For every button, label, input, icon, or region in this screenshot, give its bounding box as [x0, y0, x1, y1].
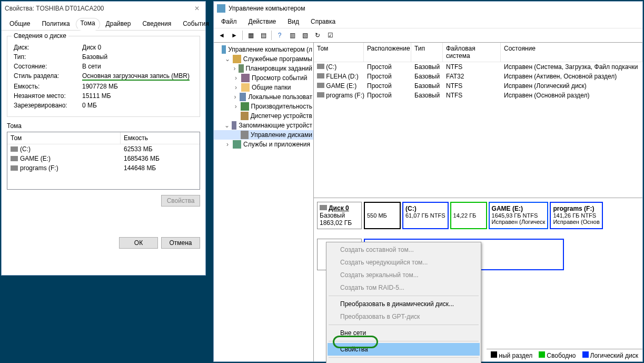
- menu-item[interactable]: Свойства: [328, 343, 480, 356]
- v-disk: Диск 0: [82, 44, 101, 51]
- tree-node[interactable]: ›Планировщик заданий: [214, 64, 313, 73]
- v-res: 0 МБ: [82, 102, 97, 109]
- tab-details[interactable]: Сведения: [136, 17, 177, 30]
- nav-tree[interactable]: Управление компьютером (л⌄Служебные прог…: [214, 43, 314, 361]
- props-icon[interactable]: ☑: [324, 30, 336, 41]
- close-icon[interactable]: ✕: [192, 5, 202, 12]
- volume-row[interactable]: FLEHA (D:)ПростойБазовыйFAT32Исправен (А…: [314, 72, 642, 81]
- volume-list[interactable]: Том Расположение Тип Файловая система Со…: [314, 43, 642, 198]
- tree-icon: [222, 45, 226, 54]
- h-state[interactable]: Состояние: [501, 43, 642, 62]
- menu-item[interactable]: Вне сети: [328, 327, 480, 339]
- tree-node[interactable]: Управление дисками: [214, 130, 313, 140]
- list-icon[interactable]: ▤: [257, 30, 269, 41]
- vol-row[interactable]: programs (F:)144648 МБ: [7, 163, 200, 173]
- h-layout[interactable]: Расположение: [364, 43, 411, 62]
- disk0-header[interactable]: Диск 0 Базовый 1863,02 ГБ: [317, 202, 362, 229]
- partition[interactable]: 14,22 ГБ: [450, 202, 487, 229]
- k-res: Зарезервировано:: [14, 102, 82, 109]
- tree-icon: [241, 112, 249, 120]
- tree-node[interactable]: ›Просмотр событий: [214, 73, 313, 83]
- vl-header: Том Расположение Тип Файловая система Со…: [314, 43, 642, 62]
- tabstrip: Общие Политика Тома Драйвер Сведения Соб…: [2, 15, 205, 31]
- k-type: Тип:: [14, 53, 82, 61]
- tab-general[interactable]: Общие: [4, 17, 36, 30]
- ok-button[interactable]: ОК: [119, 237, 158, 249]
- forward-icon[interactable]: ►: [229, 30, 240, 41]
- vol-row[interactable]: (C:)62533 МБ: [7, 144, 200, 154]
- volumes-table[interactable]: Том Емкость (C:)62533 МБ GAME (E:)168543…: [7, 132, 200, 190]
- volume-icon: [11, 156, 18, 161]
- vol-row[interactable]: GAME (E:)1685436 МБ: [7, 154, 200, 163]
- tree-node[interactable]: ›Производительность: [214, 102, 313, 111]
- group-label: Сведения о диске: [12, 32, 68, 40]
- volume-icon: [317, 83, 324, 88]
- h-type[interactable]: Тип: [411, 43, 443, 62]
- partition[interactable]: 550 МБ: [364, 202, 401, 229]
- tree-node[interactable]: ›Службы и приложения: [214, 140, 313, 149]
- tree-icon: [239, 64, 243, 73]
- vol-properties-button[interactable]: Свойства: [161, 195, 200, 207]
- vol-head: Том Емкость: [7, 132, 200, 144]
- partition[interactable]: (C:)61,07 ГБ NTFS: [402, 202, 449, 229]
- menu-item: Создать том RAID-5...: [328, 281, 480, 294]
- tree-node[interactable]: ⌄Запоминающие устройст: [214, 121, 313, 130]
- toolbar: ◄ ► ▦ ▤ ? ▥ ▧ ↻ ☑: [214, 28, 642, 43]
- k-state: Состояние:: [14, 63, 82, 70]
- v-unalloc: 15111 МБ: [82, 92, 111, 100]
- partition[interactable]: GAME (E:)1645,93 ГБ NTFSИсправен (Логиче…: [489, 202, 549, 229]
- tab-volumes[interactable]: Тома: [76, 18, 100, 31]
- tree-icon: [241, 131, 249, 139]
- tool-icon[interactable]: ▥: [286, 30, 298, 41]
- volume-row[interactable]: programs (F:)ПростойБазовыйNTFSИсправен …: [314, 91, 642, 100]
- menu-item[interactable]: Преобразовать в динамический диск...: [328, 298, 480, 310]
- tree-icon: [241, 83, 250, 92]
- volume-row[interactable]: (C:)ПростойБазовыйNTFSИсправен (Система,…: [314, 62, 642, 72]
- tree-icon: [233, 55, 241, 63]
- tree-node[interactable]: ⌄Служебные программы: [214, 54, 313, 64]
- refresh-icon[interactable]: ↻: [312, 30, 323, 41]
- help-icon[interactable]: ?: [274, 30, 285, 41]
- tool2-icon[interactable]: ▧: [299, 30, 311, 41]
- v-state: В сети: [82, 63, 101, 70]
- title-text: Свойства: TOSHIBA DT01ACA200: [5, 5, 192, 12]
- disk-info-group: Сведения о диске Диск:Диск 0 Тип:Базовый…: [7, 36, 200, 117]
- volume-icon: [317, 64, 324, 69]
- tab-policy[interactable]: Политика: [36, 17, 75, 30]
- menu-item: Создать зеркальный том...: [328, 269, 480, 281]
- menu-item[interactable]: Справка: [328, 359, 480, 363]
- h-vol[interactable]: Том: [314, 43, 364, 62]
- tree-node[interactable]: Управление компьютером (л: [214, 45, 313, 54]
- volume-row[interactable]: GAME (E:)ПростойБазовыйNTFSИсправен (Лог…: [314, 81, 642, 91]
- tree-node[interactable]: ›Общие папки: [214, 83, 313, 92]
- volumes-label: Тома: [7, 122, 200, 130]
- partition[interactable]: programs (F:)141,26 ГБ NTFSИсправен (Осн…: [550, 202, 602, 229]
- menu-view[interactable]: Вид: [282, 16, 304, 27]
- tree-icon: [240, 93, 246, 101]
- h-fs[interactable]: Файловая система: [443, 43, 501, 62]
- legend-item: ный раздел: [491, 351, 532, 359]
- views-icon[interactable]: ▦: [245, 30, 256, 41]
- menu-file[interactable]: Файл: [216, 16, 242, 27]
- disk-context-menu[interactable]: Создать составной том...Создать чередующ…: [326, 242, 481, 363]
- menubar: Файл Действие Вид Справка: [214, 15, 642, 28]
- legend-item: Логический диск: [582, 351, 639, 359]
- menu-action[interactable]: Действие: [243, 16, 282, 27]
- tree-node[interactable]: Диспетчер устройств: [214, 111, 313, 121]
- back-icon[interactable]: ◄: [216, 30, 227, 41]
- tree-icon: [241, 102, 249, 111]
- tree-icon: [233, 140, 241, 149]
- tree-icon: [241, 74, 250, 82]
- v-pstyle: Основная загрузочная запись (MBR): [82, 72, 190, 81]
- menu-item: Создать чередующийся том...: [328, 256, 480, 269]
- tab-driver[interactable]: Драйвер: [100, 17, 137, 30]
- vh-name[interactable]: Том: [7, 132, 121, 144]
- vh-size[interactable]: Емкость: [121, 132, 200, 144]
- volume-icon: [11, 146, 18, 152]
- disk-icon: [320, 205, 327, 210]
- cancel-button[interactable]: Отмена: [161, 237, 200, 249]
- tab-events[interactable]: События: [177, 17, 215, 30]
- menu-help[interactable]: Справка: [305, 16, 341, 27]
- legend: ный разделСвободноЛогический диск: [487, 349, 642, 361]
- tree-node[interactable]: ›Локальные пользоват: [214, 92, 313, 102]
